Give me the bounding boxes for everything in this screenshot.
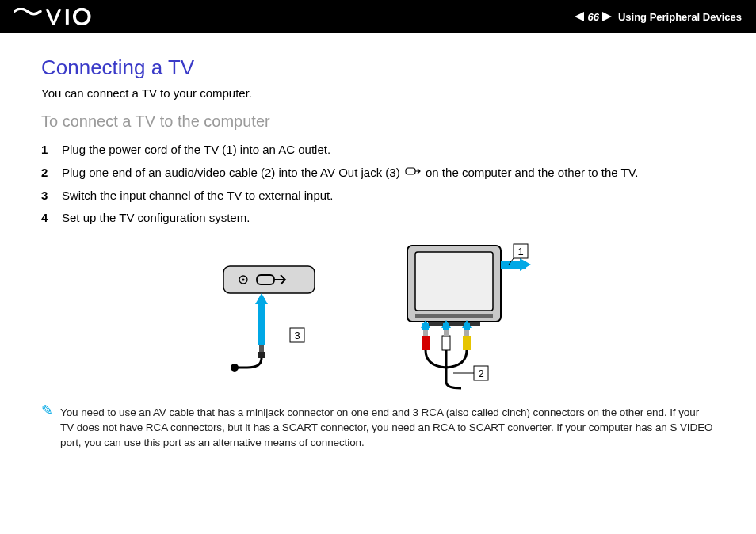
svg-rect-32: [464, 330, 469, 336]
connection-diagram: 3 1: [41, 241, 715, 391]
svg-point-1: [74, 10, 90, 25]
svg-rect-5: [223, 266, 315, 293]
diagram-label-2: 2: [478, 368, 483, 380]
intro-text: You can connect a TV to your computer.: [41, 86, 715, 100]
svg-rect-17: [415, 314, 493, 318]
step-item: Plug one end of an audio/video cable (2)…: [41, 162, 715, 185]
prev-page-icon[interactable]: [575, 12, 584, 21]
svg-rect-4: [406, 168, 415, 174]
svg-marker-2: [575, 12, 584, 21]
diagram-label-1: 1: [517, 246, 523, 257]
vaio-logo: [14, 8, 101, 25]
av-out-icon: [405, 162, 421, 185]
page-content: Connecting a TV You can connect a TV to …: [0, 33, 756, 469]
svg-rect-0: [66, 9, 69, 25]
next-page-icon[interactable]: [602, 12, 612, 21]
svg-rect-28: [444, 330, 449, 336]
step-item: Switch the input channel of the TV to ex…: [41, 185, 715, 208]
diagram-label-3: 3: [294, 330, 300, 341]
svg-marker-12: [255, 293, 268, 304]
header-right: 66 Using Peripheral Devices: [575, 11, 742, 23]
svg-rect-23: [422, 336, 430, 350]
svg-marker-20: [520, 258, 531, 271]
note-icon: ✎: [41, 401, 53, 421]
svg-point-7: [242, 278, 244, 280]
section-title: Using Peripheral Devices: [618, 11, 742, 23]
svg-marker-3: [602, 12, 612, 21]
step-list: Plug the power cord of the TV (1) into a…: [41, 139, 715, 230]
page-title: Connecting a TV: [41, 55, 715, 80]
svg-rect-9: [258, 352, 265, 358]
svg-rect-24: [423, 330, 428, 336]
svg-point-13: [231, 364, 239, 372]
step-item: Set up the TV configuration system.: [41, 207, 715, 230]
svg-rect-31: [463, 336, 471, 350]
page-number: 66: [587, 11, 598, 23]
subtitle: To connect a TV to the computer: [41, 113, 715, 131]
svg-rect-27: [442, 336, 450, 350]
page-navigator: 66: [575, 11, 611, 23]
step-2-part-a: Plug one end of an audio/video cable (2)…: [62, 166, 400, 179]
top-bar: 66 Using Peripheral Devices: [0, 0, 756, 33]
note-block: ✎ You need to use an AV cable that has a…: [41, 406, 715, 451]
svg-rect-16: [415, 252, 493, 311]
note-text: You need to use an AV cable that has a m…: [60, 406, 712, 448]
svg-rect-10: [259, 345, 264, 352]
step-item: Plug the power cord of the TV (1) into a…: [41, 139, 715, 162]
step-2-part-b: on the computer and the other to the TV.: [426, 166, 639, 179]
svg-rect-18: [428, 322, 480, 326]
